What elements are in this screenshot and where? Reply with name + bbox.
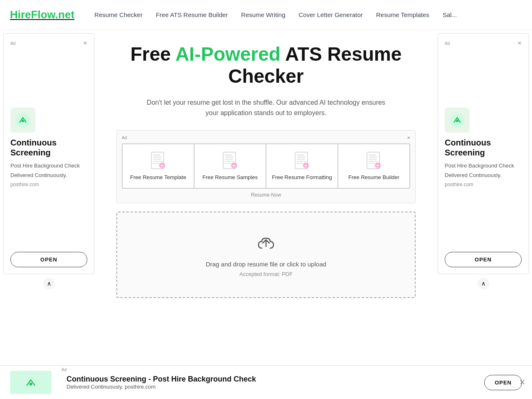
left-ad-close[interactable]: ✕ bbox=[83, 40, 87, 46]
page-wrapper: Ad ✕ Continuous Screening Post Hire Back… bbox=[0, 30, 532, 399]
main-nav: Resume Checker Free ATS Resume Builder R… bbox=[94, 11, 457, 18]
bottom-ad-sub: Delivered Continuously. posthire.com bbox=[66, 384, 474, 390]
right-ad-logo-svg bbox=[450, 113, 465, 128]
svg-rect-20 bbox=[233, 165, 235, 166]
svg-rect-39 bbox=[377, 165, 379, 165]
nav-sal[interactable]: Sal... bbox=[443, 11, 457, 18]
right-ad-company-logo bbox=[445, 108, 470, 133]
nav-free-ats-builder[interactable]: Free ATS Resume Builder bbox=[156, 11, 228, 18]
upload-icon bbox=[127, 232, 405, 254]
svg-rect-5 bbox=[153, 159, 161, 160]
upload-cloud-icon bbox=[255, 232, 277, 254]
resume-now-label: Resume-Now bbox=[122, 192, 410, 198]
inner-ad-label: Ad bbox=[122, 135, 127, 140]
left-ad-domain: posthire.com bbox=[10, 182, 39, 187]
svg-rect-11 bbox=[161, 167, 163, 167]
bottom-ad-title: Continuous Screening - Post Hire Backgro… bbox=[66, 375, 474, 384]
svg-point-28 bbox=[303, 163, 309, 168]
svg-rect-27 bbox=[297, 163, 303, 164]
svg-rect-9 bbox=[161, 165, 163, 165]
nav-cover-letter[interactable]: Cover Letter Generator bbox=[299, 11, 363, 18]
nav-resume-writing[interactable]: Resume Writing bbox=[241, 11, 285, 18]
bottom-ad-open-button[interactable]: OPEN bbox=[484, 375, 522, 390]
nav-resume-templates[interactable]: Resume Templates bbox=[376, 11, 429, 18]
left-ad-logo-svg bbox=[15, 113, 30, 128]
right-ad-arrow-button[interactable]: ∧ bbox=[478, 278, 489, 289]
svg-rect-31 bbox=[305, 167, 306, 167]
svg-rect-37 bbox=[369, 163, 375, 164]
bottom-ad: Ad Continuous Screening - Post Hire Back… bbox=[0, 365, 532, 399]
left-ad-subtext2: Delivered Continuously. bbox=[10, 172, 67, 178]
svg-rect-15 bbox=[225, 159, 233, 160]
left-ad-heading: Continuous Screening bbox=[10, 138, 87, 158]
left-ad-badge: Ad ✕ bbox=[10, 40, 87, 46]
bottom-ad-logo-svg bbox=[22, 374, 39, 391]
resume-option-samples[interactable]: Free Resume Samples bbox=[194, 144, 266, 188]
svg-rect-4 bbox=[153, 157, 162, 158]
right-ad-subtext1: Post Hire Background Check bbox=[445, 163, 514, 169]
right-ad-badge: Ad ✕ bbox=[445, 40, 522, 46]
svg-rect-26 bbox=[297, 161, 306, 162]
logo[interactable]: HireFlow.net bbox=[10, 8, 74, 21]
resume-option-formatting[interactable]: Free Resume Formatting bbox=[266, 144, 338, 188]
bottom-ad-close[interactable]: ✕ bbox=[519, 378, 525, 387]
svg-point-18 bbox=[231, 163, 237, 168]
svg-point-1 bbox=[22, 120, 24, 122]
left-ad-arrow-button[interactable]: ∧ bbox=[43, 278, 55, 289]
svg-rect-40 bbox=[377, 165, 379, 166]
svg-rect-19 bbox=[233, 165, 235, 165]
right-ad-subtext2: Delivered Continuously. bbox=[445, 172, 501, 178]
left-ad-open-button[interactable]: OPEN bbox=[10, 252, 87, 267]
nav-resume-checker[interactable]: Resume Checker bbox=[94, 11, 143, 18]
svg-point-8 bbox=[159, 163, 165, 168]
resume-option-formatting-icon bbox=[271, 151, 332, 171]
resume-option-builder[interactable]: Free Resume Builder bbox=[338, 144, 410, 188]
svg-rect-35 bbox=[369, 159, 377, 160]
svg-point-44 bbox=[22, 374, 39, 391]
left-ad-badge-label: Ad bbox=[10, 41, 15, 46]
hero-title-accent: AI-Powered bbox=[175, 43, 281, 65]
svg-rect-7 bbox=[153, 163, 160, 164]
svg-rect-41 bbox=[377, 167, 378, 167]
resume-option-formatting-label: Free Resume Formatting bbox=[271, 174, 332, 181]
svg-point-45 bbox=[30, 383, 32, 386]
svg-rect-13 bbox=[225, 155, 232, 156]
svg-rect-34 bbox=[369, 157, 378, 158]
right-ad-badge-label: Ad bbox=[445, 41, 450, 46]
resume-option-template-label: Free Resume Template bbox=[128, 174, 189, 181]
resume-option-template[interactable]: Free Resume Template bbox=[122, 144, 194, 188]
resume-options-grid: Free Resume Template bbox=[122, 143, 410, 189]
svg-rect-33 bbox=[369, 155, 376, 156]
svg-rect-6 bbox=[153, 161, 162, 162]
right-ad-close[interactable]: ✕ bbox=[517, 40, 522, 46]
left-side-ad: Ad ✕ Continuous Screening Post Hire Back… bbox=[0, 30, 98, 399]
svg-rect-25 bbox=[297, 159, 305, 160]
left-ad-subtext1: Post Hire Background Check bbox=[10, 163, 80, 169]
left-ad-card: Ad ✕ Continuous Screening Post Hire Back… bbox=[3, 33, 94, 274]
right-ad-logo-area: Continuous Screening Post Hire Backgroun… bbox=[445, 49, 522, 245]
header: HireFlow.net Resume Checker Free ATS Res… bbox=[0, 0, 532, 30]
svg-rect-14 bbox=[225, 157, 234, 158]
resume-option-samples-icon bbox=[200, 151, 261, 171]
right-ad-domain: posthire.com bbox=[445, 182, 473, 187]
svg-rect-17 bbox=[225, 163, 232, 164]
svg-point-38 bbox=[375, 163, 381, 168]
upload-format: Accepted format: PDF bbox=[127, 271, 405, 277]
bottom-ad-badge: Ad bbox=[62, 367, 66, 372]
hero-subtitle: Don't let your resume get lost in the sh… bbox=[141, 97, 391, 118]
svg-rect-16 bbox=[225, 161, 234, 162]
right-ad-open-button[interactable]: OPEN bbox=[445, 252, 522, 267]
left-ad-company-logo bbox=[10, 108, 35, 133]
upload-area[interactable]: Drag and drop resume file or click to up… bbox=[116, 212, 416, 298]
svg-rect-21 bbox=[233, 167, 234, 167]
hero-title: Free AI-Powered ATS Resume Checker bbox=[116, 43, 416, 87]
bottom-ad-logo bbox=[10, 371, 52, 394]
upload-text: Drag and drop resume file or click to up… bbox=[127, 261, 405, 268]
svg-rect-10 bbox=[161, 165, 163, 166]
inner-ad-close[interactable]: ✕ bbox=[407, 135, 410, 140]
bottom-ad-content: Continuous Screening - Post Hire Backgro… bbox=[66, 375, 474, 390]
resume-option-builder-label: Free Resume Builder bbox=[343, 174, 404, 181]
svg-rect-29 bbox=[305, 165, 307, 165]
svg-rect-24 bbox=[297, 157, 306, 158]
resume-option-builder-icon bbox=[343, 151, 404, 171]
